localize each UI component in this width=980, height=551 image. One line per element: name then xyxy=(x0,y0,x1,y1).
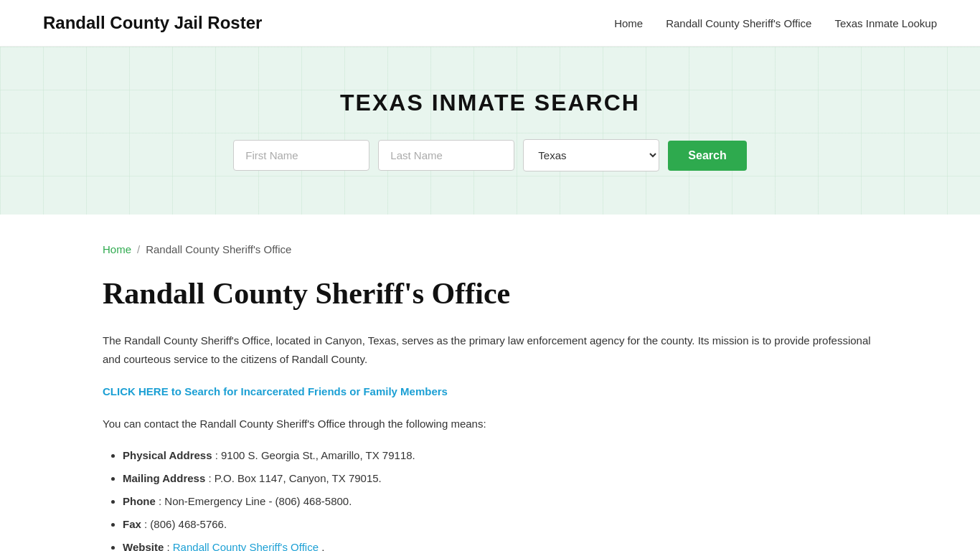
site-logo[interactable]: Randall County Jail Roster xyxy=(43,13,262,33)
contact-intro: You can contact the Randall County Sheri… xyxy=(103,415,877,433)
breadcrumb-separator: / xyxy=(137,243,140,255)
contact-fax-label: Fax xyxy=(123,518,141,530)
state-select[interactable]: Texas xyxy=(523,139,659,171)
last-name-input[interactable] xyxy=(378,140,514,171)
site-header: Randall County Jail Roster Home Randall … xyxy=(0,0,980,47)
list-item: Physical Address : 9100 S. Georgia St., … xyxy=(123,445,877,466)
contact-phone-label: Phone xyxy=(123,495,156,507)
contact-website-period: . xyxy=(321,541,324,551)
page-description: The Randall County Sheriff's Office, loc… xyxy=(103,331,877,368)
breadcrumb: Home / Randall County Sheriff's Office xyxy=(103,243,877,255)
contact-website-link[interactable]: Randall County Sheriff's Office xyxy=(173,541,319,551)
nav-inmate-lookup[interactable]: Texas Inmate Lookup xyxy=(834,17,937,29)
main-nav: Home Randall County Sheriff's Office Tex… xyxy=(614,17,937,29)
main-content: Home / Randall County Sheriff's Office R… xyxy=(60,215,920,551)
contact-phone-value: : Non-Emergency Line - (806) 468-5800. xyxy=(159,495,352,507)
cta-search-link[interactable]: CLICK HERE to Search for Incarcerated Fr… xyxy=(103,385,448,397)
contact-mailing-value: : P.O. Box 1147, Canyon, TX 79015. xyxy=(208,472,381,484)
contact-physical-value: : 9100 S. Georgia St., Amarillo, TX 7911… xyxy=(215,449,415,461)
hero-title: TEXAS INMATE SEARCH xyxy=(14,90,966,116)
breadcrumb-current: Randall County Sheriff's Office xyxy=(146,243,291,255)
page-title: Randall County Sheriff's Office xyxy=(103,276,877,311)
contact-physical-label: Physical Address xyxy=(123,449,212,461)
contact-list: Physical Address : 9100 S. Georgia St., … xyxy=(103,445,877,551)
nav-sheriffs-office[interactable]: Randall County Sheriff's Office xyxy=(666,17,811,29)
search-button[interactable]: Search xyxy=(668,141,746,171)
contact-fax-value: : (806) 468-5766. xyxy=(144,518,227,530)
list-item: Fax : (806) 468-5766. xyxy=(123,514,877,535)
list-item: Website : Randall County Sheriff's Offic… xyxy=(123,537,877,551)
contact-website-label: Website xyxy=(123,541,164,551)
hero-section: TEXAS INMATE SEARCH Texas Search xyxy=(0,47,980,215)
list-item: Mailing Address : P.O. Box 1147, Canyon,… xyxy=(123,468,877,489)
first-name-input[interactable] xyxy=(233,140,369,171)
contact-website-colon: : xyxy=(166,541,172,551)
list-item: Phone : Non-Emergency Line - (806) 468-5… xyxy=(123,491,877,512)
nav-home[interactable]: Home xyxy=(614,17,643,29)
contact-mailing-label: Mailing Address xyxy=(123,472,205,484)
breadcrumb-home[interactable]: Home xyxy=(103,243,131,255)
search-form: Texas Search xyxy=(203,139,777,171)
